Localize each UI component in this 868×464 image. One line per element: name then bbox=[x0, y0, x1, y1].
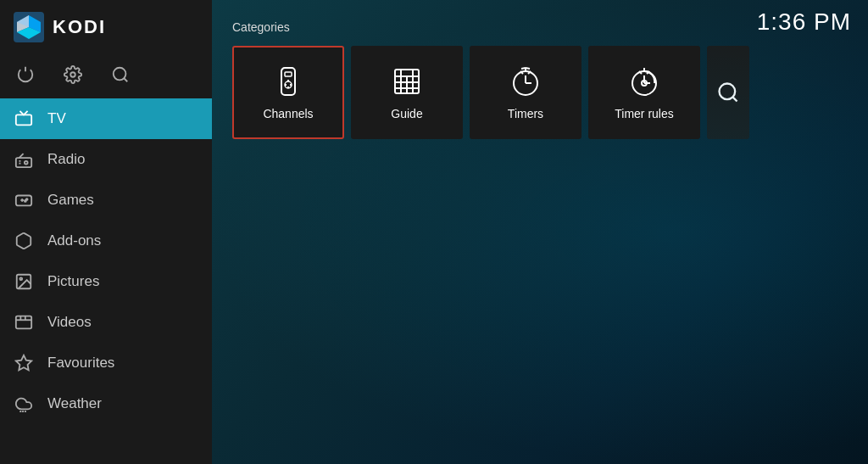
sidebar-nav: TV Radio bbox=[0, 98, 212, 464]
svg-point-5 bbox=[70, 72, 75, 77]
category-grid: Channels Guide bbox=[232, 46, 848, 139]
svg-rect-20 bbox=[16, 316, 31, 329]
svg-line-50 bbox=[526, 68, 530, 69]
sidebar-item-tv[interactable]: TV bbox=[0, 98, 212, 139]
svg-point-62 bbox=[720, 84, 736, 100]
svg-point-6 bbox=[114, 68, 126, 81]
sidebar-item-addons[interactable]: Add-ons bbox=[0, 221, 212, 261]
sidebar-item-weather[interactable]: Weather bbox=[0, 383, 212, 424]
sidebar-label-favourites: Favourites bbox=[47, 355, 114, 372]
sidebar-label-tv: TV bbox=[47, 110, 66, 127]
guide-card-label: Guide bbox=[391, 107, 422, 120]
kodi-logo-icon bbox=[14, 12, 44, 42]
sidebar-icon-bar bbox=[0, 54, 212, 95]
svg-line-63 bbox=[732, 97, 737, 101]
power-button[interactable] bbox=[14, 63, 37, 87]
sidebar: KODI bbox=[0, 0, 212, 464]
timer-rules-card-icon bbox=[627, 64, 661, 98]
main-content: 1:36 PM Categories Channels bbox=[212, 0, 868, 464]
sidebar-label-radio: Radio bbox=[47, 151, 85, 168]
sidebar-label-weather: Weather bbox=[47, 395, 102, 412]
app-title: KODI bbox=[53, 16, 106, 38]
search-button[interactable] bbox=[108, 63, 132, 87]
weather-icon bbox=[14, 394, 34, 414]
sidebar-label-videos: Videos bbox=[47, 314, 92, 331]
favourites-icon bbox=[14, 353, 34, 373]
pictures-icon bbox=[14, 271, 34, 292]
svg-rect-8 bbox=[16, 115, 31, 125]
sidebar-item-pictures[interactable]: Pictures bbox=[0, 261, 212, 302]
tv-icon bbox=[14, 109, 34, 129]
channels-card-icon bbox=[271, 64, 305, 98]
svg-point-10 bbox=[25, 161, 28, 165]
games-icon bbox=[14, 190, 34, 210]
time-display: 1:36 PM bbox=[757, 8, 851, 36]
sidebar-item-radio[interactable]: Radio bbox=[0, 139, 212, 180]
categories-label: Categories bbox=[232, 20, 848, 34]
sidebar-item-favourites[interactable]: Favourites bbox=[0, 343, 212, 383]
app-header: KODI bbox=[0, 0, 212, 54]
category-card-guide[interactable]: Guide bbox=[351, 46, 463, 139]
sidebar-label-pictures: Pictures bbox=[47, 273, 99, 290]
videos-icon bbox=[14, 312, 34, 333]
sidebar-label-games: Games bbox=[47, 192, 94, 209]
timers-card-icon bbox=[509, 64, 542, 98]
timers-card-label: Timers bbox=[508, 107, 543, 120]
category-card-timers[interactable]: Timers bbox=[470, 46, 581, 139]
radio-icon bbox=[14, 149, 34, 170]
svg-line-7 bbox=[124, 78, 127, 81]
guide-card-icon bbox=[390, 64, 424, 98]
sidebar-item-games[interactable]: Games bbox=[0, 180, 212, 221]
channels-card-label: Channels bbox=[263, 107, 313, 120]
category-card-search-partial[interactable] bbox=[707, 46, 749, 139]
timer-rules-card-label: Timer rules bbox=[615, 107, 674, 120]
svg-marker-24 bbox=[16, 355, 31, 370]
settings-button[interactable] bbox=[61, 63, 85, 87]
svg-point-17 bbox=[25, 200, 26, 202]
category-card-channels[interactable]: Channels bbox=[232, 46, 344, 139]
sidebar-label-addons: Add-ons bbox=[47, 232, 101, 249]
addons-icon bbox=[14, 231, 34, 251]
svg-point-19 bbox=[19, 277, 22, 280]
svg-rect-33 bbox=[285, 72, 292, 76]
svg-line-49 bbox=[521, 68, 526, 69]
category-card-timer-rules[interactable]: Timer rules bbox=[588, 46, 700, 139]
sidebar-item-videos[interactable]: Videos bbox=[0, 302, 212, 343]
